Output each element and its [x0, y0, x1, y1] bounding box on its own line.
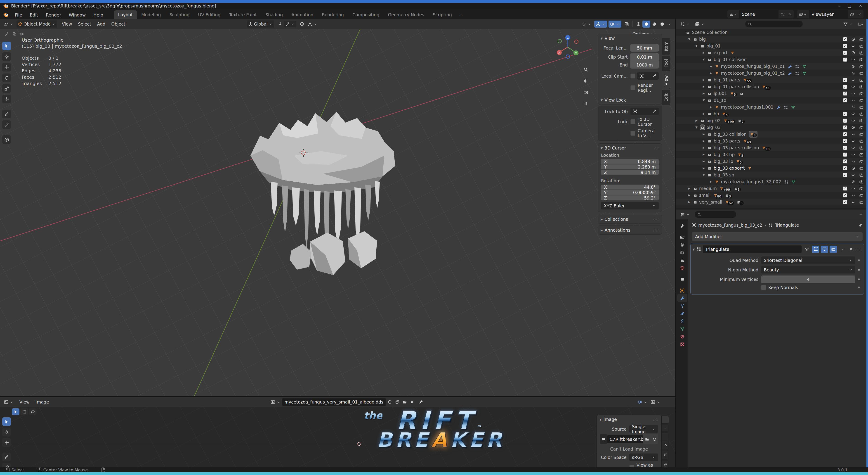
hide-viewport-icon[interactable] [850, 37, 857, 41]
workspace-tab-scripting[interactable]: Scripting [428, 10, 456, 19]
menu-window[interactable]: Window [65, 11, 90, 19]
exclude-checkbox[interactable]: ✓ [842, 146, 848, 150]
add-modifier-dropdown[interactable]: Add Modifier [692, 232, 863, 241]
image-path-field[interactable]: C:\Riftbreaker\bu... [608, 436, 643, 443]
cursor-location-y-field[interactable]: Y-2.289 m [601, 165, 659, 170]
exclude-checkbox[interactable]: ✓ [842, 78, 848, 82]
scene-selector[interactable]: Scene [727, 10, 794, 18]
cursor-rotation-z-field[interactable]: Z-59.2° [601, 196, 659, 200]
scene-copy-icon[interactable] [778, 10, 786, 18]
properties-tab-constraints[interactable] [677, 317, 687, 325]
ortho-grid-icon[interactable] [581, 99, 590, 108]
outliner-row[interactable]: ▶mycetozoa_fungus_big_01_c1 [676, 63, 866, 70]
outliner-row[interactable]: ▼big_01✓ [676, 42, 866, 49]
lock-3d-cursor-checkbox[interactable] [630, 119, 636, 124]
shading-rendered-button[interactable] [658, 21, 666, 28]
disable-render-icon[interactable] [858, 112, 865, 116]
expand-icon[interactable]: ▶ [687, 200, 692, 204]
exclude-checkbox[interactable]: ✓ [842, 132, 848, 137]
properties-tab-object[interactable] [677, 286, 687, 294]
tool-add-cube-button[interactable] [2, 135, 11, 144]
hide-viewport-icon[interactable] [850, 146, 857, 150]
transform-orientation-dropdown[interactable]: Global [247, 20, 274, 28]
local-camera-checkbox[interactable] [630, 73, 636, 79]
outliner-row[interactable]: ▶medium+993✓ [676, 185, 866, 192]
show-gizmo-dropdown[interactable] [594, 21, 607, 28]
collapse-icon[interactable]: ▼ [701, 99, 706, 102]
rotation-mode-dropdown[interactable]: XYZ Euler [601, 202, 659, 209]
outliner-row[interactable]: ▶hp6✓ [676, 110, 866, 117]
eyedropper-icon[interactable] [652, 109, 656, 114]
quad-method-dropdown[interactable]: Shortest Diagonal [761, 257, 855, 264]
viewlayer-copy-icon[interactable] [848, 10, 856, 18]
cursor-location-z-field[interactable]: Z9.14 m [601, 170, 659, 175]
tool-cursor-button[interactable] [2, 428, 11, 436]
shading-material-button[interactable] [650, 21, 658, 28]
panel-grip-icon[interactable]: :::: [653, 146, 659, 150]
editor-type-image-button[interactable] [2, 398, 15, 406]
expand-icon[interactable]: ▶ [701, 139, 706, 143]
outliner-row[interactable]: ▶mycetozoa_fungus_big_01_c2 [676, 70, 866, 77]
scene-unlink-icon[interactable] [786, 10, 794, 18]
viewport-menu-view[interactable]: View [59, 20, 75, 28]
exclude-checkbox[interactable]: ✓ [842, 98, 848, 102]
exclude-checkbox[interactable]: ✓ [842, 57, 848, 62]
ngon-method-dropdown[interactable]: Beauty [761, 266, 855, 273]
snap-magnet-icon[interactable] [276, 21, 284, 28]
zoom-icon[interactable] [581, 65, 590, 74]
disable-render-icon[interactable] [858, 139, 865, 143]
image-panel-header[interactable]: ▾Image:::: [597, 415, 661, 424]
disable-render-icon[interactable] [858, 71, 865, 75]
properties-tab-collection[interactable] [677, 275, 687, 283]
disable-render-icon[interactable] [858, 85, 865, 89]
hide-viewport-icon[interactable] [850, 152, 857, 157]
clip-end-field[interactable]: 1000 m [630, 61, 659, 68]
workspace-tab-modeling[interactable]: Modeling [137, 10, 165, 19]
expand-icon[interactable]: ▶ [708, 180, 713, 183]
modifier-grip-icon[interactable]: :::: [856, 247, 862, 251]
outliner-row[interactable]: ▼big✓ [676, 36, 866, 42]
hide-viewport-icon[interactable] [850, 64, 857, 68]
properties-tab-render[interactable] [677, 233, 687, 241]
properties-tab-physics[interactable] [677, 309, 687, 317]
properties-tab-object-data[interactable] [677, 325, 687, 332]
exclude-checkbox[interactable]: ✓ [842, 125, 848, 129]
select-box-button[interactable] [20, 408, 28, 415]
menu-file[interactable]: File [11, 11, 26, 19]
camera-to-view-checkbox[interactable] [630, 131, 636, 136]
exclude-checkbox[interactable]: ✓ [842, 200, 848, 204]
outliner-row[interactable]: ▶big_02+997✓ [676, 117, 866, 124]
cursor-location-x-field[interactable]: X0.848 m [601, 159, 659, 164]
pan-hand-icon[interactable] [581, 77, 590, 85]
outliner-row[interactable]: ▼big_03✓ [676, 124, 866, 131]
outliner-row[interactable]: ▶small803✓ [676, 192, 866, 199]
lock-to-object-field[interactable] [630, 108, 659, 115]
expand-icon[interactable]: ▶ [687, 194, 692, 197]
workspace-tab-uv-editing[interactable]: UV Editing [194, 10, 225, 19]
exclude-checkbox[interactable]: ✓ [842, 119, 848, 123]
menu-help[interactable]: Help [90, 11, 107, 19]
source-dropdown[interactable]: Single Image [629, 425, 658, 433]
tool-option-icon[interactable] [3, 31, 11, 37]
modifier-editmode-toggle[interactable] [812, 246, 819, 253]
hide-viewport-icon[interactable] [850, 132, 857, 137]
modifier-realtime-toggle[interactable] [821, 246, 828, 253]
exclude-checkbox[interactable]: ✓ [842, 159, 848, 164]
hide-viewport-icon[interactable] [850, 193, 857, 198]
properties-tab-material[interactable] [677, 332, 687, 340]
image-sidebar-tab-s[interactable]: S [662, 441, 669, 449]
expand-icon[interactable]: ▸ [600, 217, 603, 222]
outliner-row[interactable]: ▶very_small623✓ [676, 199, 866, 205]
disable-render-icon[interactable] [858, 57, 865, 62]
exclude-checkbox[interactable]: ✓ [842, 166, 848, 170]
workspace-tab-sculpting[interactable]: Sculpting [165, 10, 194, 19]
workspace-tab-compositing[interactable]: Compositing [348, 10, 383, 19]
tool-option-icon[interactable] [18, 31, 26, 37]
filter-dropdown[interactable] [842, 21, 855, 28]
tool-cursor-button[interactable] [2, 52, 11, 61]
disable-render-icon[interactable] [858, 119, 865, 123]
hide-viewport-icon[interactable] [850, 119, 857, 123]
tool-annotate-button[interactable] [2, 453, 11, 461]
outliner-row[interactable]: Scene Collection [676, 29, 866, 36]
hide-viewport-icon[interactable] [850, 180, 857, 184]
